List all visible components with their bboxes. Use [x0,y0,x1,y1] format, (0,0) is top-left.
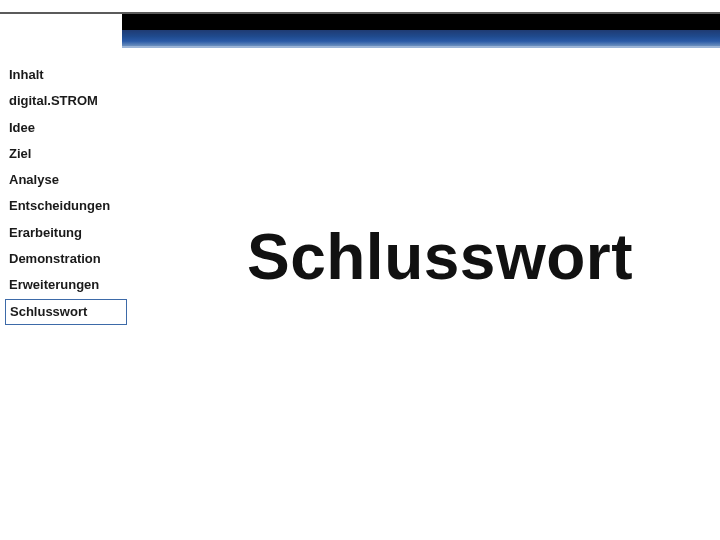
slide-title: Schlusswort [170,220,710,294]
nav-item-schlusswort[interactable]: Schlusswort [5,299,127,325]
nav-item-entscheidungen[interactable]: Entscheidungen [9,193,139,219]
nav-item-inhalt[interactable]: Inhalt [9,62,139,88]
header-white-cut [0,0,122,60]
nav-item-analyse[interactable]: Analyse [9,167,139,193]
slide: Inhalt digital.STROM Idee Ziel Analyse E… [0,0,720,540]
nav-item-ziel[interactable]: Ziel [9,141,139,167]
sidebar-nav: Inhalt digital.STROM Idee Ziel Analyse E… [9,62,139,325]
nav-item-digitalstrom[interactable]: digital.STROM [9,88,139,114]
nav-item-idee[interactable]: Idee [9,115,139,141]
nav-item-erarbeitung[interactable]: Erarbeitung [9,220,139,246]
header-thin-line [0,12,720,14]
nav-item-demonstration[interactable]: Demonstration [9,246,139,272]
nav-item-erweiterungen[interactable]: Erweiterungen [9,272,139,298]
